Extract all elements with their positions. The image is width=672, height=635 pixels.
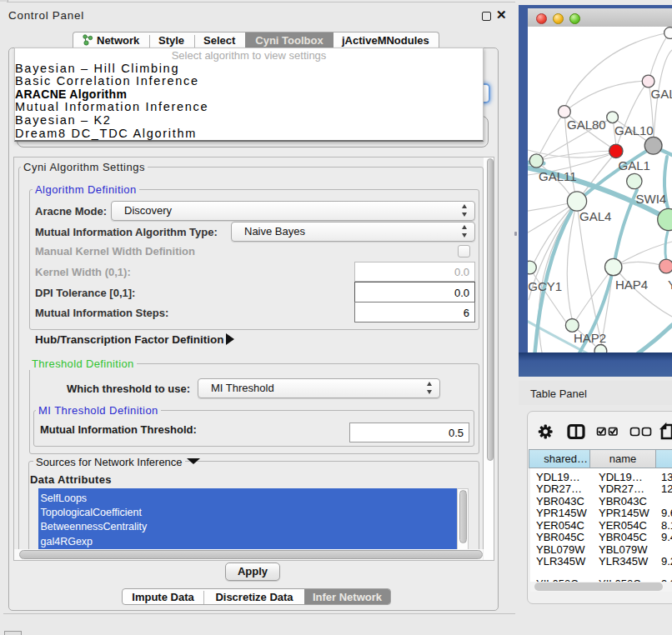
svg-text:YJ: YJ <box>668 278 672 292</box>
svg-text:HAP2: HAP2 <box>574 331 606 345</box>
svg-text:GCY1: GCY1 <box>528 279 562 293</box>
svg-text:GAL10: GAL10 <box>614 123 654 138</box>
svg-text:GAL11: GAL11 <box>539 169 577 183</box>
svg-text:GAL1: GAL1 <box>619 158 650 172</box>
svg-text:GAL7: GAL7 <box>651 87 672 101</box>
svg-text:HAP4: HAP4 <box>615 278 648 292</box>
svg-text:GAL4: GAL4 <box>579 209 611 223</box>
svg-text:SWI4: SWI4 <box>636 192 667 206</box>
svg-text:GAL80: GAL80 <box>567 118 606 132</box>
